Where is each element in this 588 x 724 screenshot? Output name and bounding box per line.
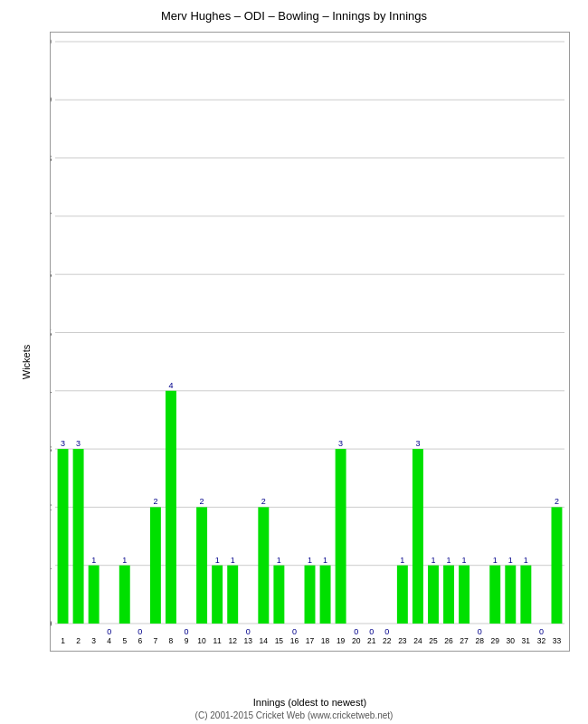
svg-text:1: 1 — [91, 556, 96, 565]
svg-text:3: 3 — [61, 439, 65, 448]
svg-text:11: 11 — [213, 636, 222, 645]
svg-text:7: 7 — [154, 636, 158, 645]
svg-text:0: 0 — [369, 627, 374, 636]
svg-rect-60 — [273, 566, 284, 624]
chart-container: Merv Hughes – ODI – Bowling – Innings by… — [0, 0, 588, 724]
svg-text:0: 0 — [107, 627, 111, 636]
svg-text:2: 2 — [261, 497, 266, 506]
svg-text:0: 0 — [478, 627, 482, 636]
svg-text:8: 8 — [169, 636, 174, 645]
svg-text:0: 0 — [51, 618, 52, 629]
svg-text:23: 23 — [398, 636, 407, 645]
svg-text:2: 2 — [76, 636, 81, 645]
svg-text:25: 25 — [429, 636, 438, 645]
svg-rect-89 — [443, 566, 454, 624]
svg-rect-41 — [166, 391, 176, 624]
svg-text:12: 12 — [228, 636, 237, 645]
svg-rect-92 — [459, 566, 469, 624]
svg-text:9: 9 — [185, 636, 189, 645]
svg-text:2: 2 — [153, 497, 157, 506]
svg-text:2: 2 — [555, 497, 559, 506]
svg-text:1: 1 — [462, 556, 467, 565]
chart-area: 0123456789103132130415062748092101111120… — [50, 32, 570, 652]
svg-text:1: 1 — [215, 556, 220, 565]
svg-text:1: 1 — [431, 556, 435, 565]
svg-text:30: 30 — [507, 636, 516, 645]
svg-text:24: 24 — [413, 636, 422, 645]
svg-rect-71 — [336, 449, 346, 624]
svg-rect-33 — [119, 566, 130, 624]
svg-text:1: 1 — [508, 556, 513, 565]
svg-text:5: 5 — [122, 636, 127, 645]
svg-text:1: 1 — [493, 556, 498, 565]
svg-text:0: 0 — [384, 627, 389, 636]
svg-text:3: 3 — [51, 443, 52, 454]
svg-text:28: 28 — [475, 636, 484, 645]
svg-text:1: 1 — [323, 556, 327, 565]
svg-text:1: 1 — [447, 556, 451, 565]
svg-rect-22 — [58, 449, 69, 624]
svg-text:17: 17 — [306, 636, 315, 645]
svg-text:1: 1 — [122, 556, 127, 565]
svg-text:2: 2 — [200, 497, 204, 506]
svg-text:4: 4 — [168, 381, 173, 390]
svg-text:21: 21 — [367, 636, 376, 645]
svg-text:20: 20 — [352, 636, 361, 645]
svg-rect-83 — [413, 449, 423, 624]
svg-text:19: 19 — [337, 636, 346, 645]
svg-text:26: 26 — [444, 636, 453, 645]
svg-text:1: 1 — [400, 556, 404, 565]
svg-rect-28 — [89, 566, 100, 624]
svg-text:0: 0 — [354, 627, 358, 636]
svg-text:9: 9 — [51, 94, 52, 105]
svg-rect-38 — [150, 507, 161, 624]
svg-rect-25 — [73, 449, 84, 624]
svg-text:4: 4 — [107, 636, 111, 645]
svg-text:3: 3 — [91, 636, 96, 645]
svg-text:1: 1 — [524, 556, 528, 565]
svg-rect-108 — [551, 507, 562, 624]
svg-rect-68 — [320, 566, 331, 624]
svg-text:2: 2 — [51, 501, 52, 512]
svg-rect-100 — [505, 566, 516, 624]
svg-rect-57 — [258, 507, 269, 624]
svg-text:1: 1 — [61, 636, 65, 645]
svg-text:31: 31 — [522, 636, 531, 645]
svg-text:0: 0 — [539, 627, 544, 636]
chart-title: Merv Hughes – ODI – Bowling – Innings by… — [0, 0, 588, 27]
svg-text:29: 29 — [490, 636, 499, 645]
svg-text:10: 10 — [51, 36, 52, 47]
svg-text:18: 18 — [321, 636, 330, 645]
svg-text:14: 14 — [260, 636, 269, 645]
y-axis-label: Wickets — [21, 345, 32, 380]
svg-text:0: 0 — [292, 627, 297, 636]
svg-text:1: 1 — [277, 556, 281, 565]
svg-text:0: 0 — [138, 627, 142, 636]
svg-text:10: 10 — [197, 636, 206, 645]
svg-text:27: 27 — [460, 636, 469, 645]
svg-text:33: 33 — [553, 636, 562, 645]
copyright: (C) 2001-2015 Cricket Web (www.cricketwe… — [0, 710, 588, 720]
svg-rect-65 — [305, 566, 316, 624]
chart-svg: 0123456789103132130415062748092101111120… — [51, 33, 569, 651]
svg-text:4: 4 — [51, 386, 52, 396]
svg-rect-46 — [196, 507, 207, 624]
svg-text:8: 8 — [51, 153, 52, 164]
x-axis-label: Innings (oldest to newest) — [50, 697, 570, 708]
svg-text:0: 0 — [246, 627, 251, 636]
svg-rect-80 — [397, 566, 408, 624]
svg-text:1: 1 — [231, 556, 235, 565]
svg-rect-103 — [520, 566, 531, 624]
svg-text:15: 15 — [275, 636, 284, 645]
svg-rect-97 — [489, 566, 500, 624]
svg-text:3: 3 — [415, 439, 420, 448]
svg-rect-49 — [212, 566, 223, 624]
svg-text:0: 0 — [185, 627, 189, 636]
svg-text:7: 7 — [51, 211, 52, 222]
svg-text:22: 22 — [383, 636, 392, 645]
svg-text:6: 6 — [51, 269, 52, 280]
svg-text:1: 1 — [308, 556, 312, 565]
svg-text:3: 3 — [338, 439, 343, 448]
svg-text:16: 16 — [290, 636, 299, 645]
svg-rect-52 — [227, 566, 238, 624]
